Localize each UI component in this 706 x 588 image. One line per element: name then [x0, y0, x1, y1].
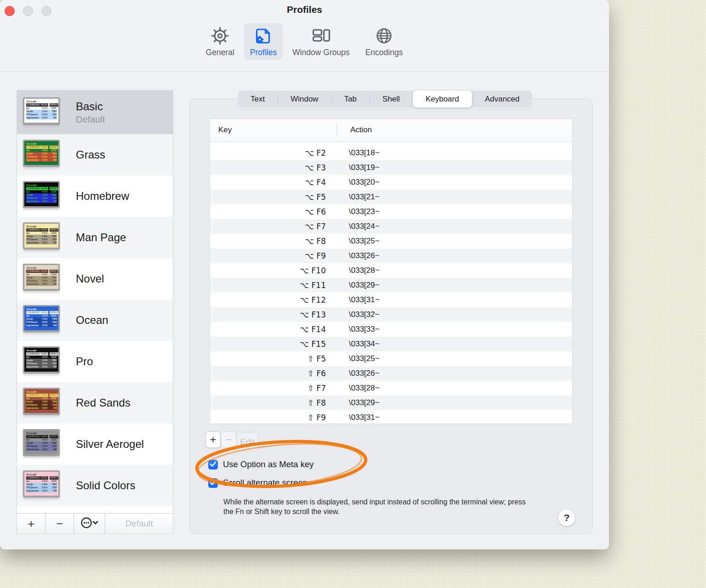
- profile-item-red-sands[interactable]: Terminal#COMMAND%CPURPRVTtop4.1%231KXcod…: [17, 382, 173, 424]
- thumbnail-reflection: [23, 249, 60, 253]
- table-row[interactable]: ⌥ F7\033[24~: [210, 219, 572, 234]
- table-row[interactable]: ⇧ F5\033[25~: [210, 351, 572, 366]
- profile-name: Pro: [76, 355, 93, 368]
- profile-thumbnail: Terminal#COMMAND%CPURPRVTtop4.1%231KXcod…: [23, 346, 63, 377]
- tab-window[interactable]: Window: [278, 90, 331, 107]
- profile-name: Grass: [76, 148, 105, 161]
- ellipsis-circle-chevron-icon: [80, 517, 99, 531]
- tab-text[interactable]: Text: [238, 90, 278, 107]
- scroll-alternate-screen-label: Scroll alternate screen: [223, 478, 307, 488]
- column-header-action: Action: [350, 125, 372, 135]
- thumbnail-reflection: [23, 291, 60, 294]
- binding-actions: + − Edit: [205, 431, 258, 451]
- table-row[interactable]: ⌥ F9\033[26~: [210, 249, 572, 263]
- key-cell: ⌥ F6: [210, 207, 326, 216]
- remove-profile-button[interactable]: −: [46, 514, 74, 533]
- toolbar-item-general[interactable]: General: [200, 23, 240, 60]
- table-row[interactable]: ⌥ F2\033[18~: [210, 146, 572, 160]
- thumbnail-reflection: [23, 124, 60, 128]
- profile-item-pro[interactable]: Terminal#COMMAND%CPURPRVTtop4.1%231KXcod…: [17, 341, 173, 382]
- profile-name: Man Page: [76, 231, 126, 244]
- table-row[interactable]: ⇧ F7\033[28~: [210, 381, 572, 396]
- table-header: Key Action: [210, 119, 572, 142]
- table-row[interactable]: ⌥ F5\033[21~: [210, 190, 572, 204]
- table-row[interactable]: ⌥ F6\033[23~: [210, 204, 572, 219]
- action-cell: \033[28~: [326, 384, 380, 393]
- key-cell: ⇧ F6: [210, 369, 326, 378]
- action-cell: \033[33~: [326, 325, 380, 334]
- action-cell: \033[18~: [326, 148, 380, 158]
- profile-item-basic[interactable]: Terminal#COMMAND%CPURPRVTtop4.1%231KXcod…: [17, 90, 173, 134]
- tab-keyboard[interactable]: Keyboard: [413, 90, 472, 107]
- thumbnail-reflection: [23, 332, 60, 335]
- key-cell: ⇧ F9: [210, 413, 326, 422]
- titlebar: Profiles: [0, 0, 609, 72]
- key-cell: ⌥ F4: [210, 178, 326, 187]
- column-header-key: Key: [218, 125, 232, 135]
- profile-name: Ocean: [76, 314, 108, 327]
- table-row[interactable]: ⌥ F15\033[34~: [210, 337, 572, 351]
- keyboard-settings-panel: Key Action ⌥ F2\033[18~⌥ F3\033[19~⌥ F4\…: [189, 99, 592, 534]
- table-row[interactable]: ⌥ F8\033[25~: [210, 234, 572, 249]
- add-binding-button[interactable]: +: [205, 431, 221, 448]
- action-cell: \033[29~: [326, 398, 380, 407]
- profile-thumbnail: Terminal#COMMAND%CPURPRVTtop4.1%231KXcod…: [23, 97, 63, 128]
- profile-item-silver-aerogel[interactable]: Terminal#COMMAND%CPURPRVTtop4.1%231KXcod…: [17, 424, 173, 465]
- profile-name: Silver Aerogel: [76, 438, 144, 451]
- sidebar-toolbar: + − Default: [17, 513, 173, 533]
- toolbar-item-window-groups[interactable]: Window Groups: [286, 23, 356, 60]
- profile-item-solid-colors[interactable]: Terminal#COMMAND%CPURPRVTtop4.1%231KXcod…: [17, 465, 173, 506]
- table-row[interactable]: ⌥ F12\033[31~: [210, 293, 572, 307]
- remove-binding-button[interactable]: −: [221, 431, 236, 448]
- profile-item-grass[interactable]: Terminal#COMMAND%CPURPRVTtop4.1%231KXcod…: [17, 134, 173, 175]
- scroll-alternate-screen-checkbox[interactable]: [208, 478, 218, 488]
- use-option-as-meta-checkbox[interactable]: [208, 460, 218, 469]
- table-row[interactable]: ⌥ F3\033[19~: [210, 160, 572, 175]
- terminal-preview-icon: Terminal#COMMAND%CPURPRVTtop4.1%231KXcod…: [23, 181, 60, 208]
- profile-item-homebrew[interactable]: Terminal#COMMAND%CPURPRVTtop4.1%231KXcod…: [17, 175, 173, 217]
- help-button[interactable]: ?: [558, 509, 575, 526]
- toolbar-item-profiles[interactable]: Profiles: [244, 23, 283, 60]
- tab-tab[interactable]: Tab: [331, 90, 370, 107]
- table-row[interactable]: ⌥ F13\033[32~: [210, 307, 572, 322]
- key-cell: ⇧ F8: [210, 398, 326, 407]
- table-row[interactable]: ⌥ F11\033[29~: [210, 278, 572, 293]
- action-cell: \033[28~: [326, 266, 380, 275]
- edit-binding-button[interactable]: Edit: [237, 432, 258, 451]
- set-default-button[interactable]: Default: [105, 514, 173, 533]
- tab-advanced[interactable]: Advanced: [472, 90, 533, 107]
- table-body: ⌥ F2\033[18~⌥ F3\033[19~⌥ F4\033[20~⌥ F5…: [210, 142, 572, 424]
- column-divider: [336, 123, 337, 137]
- action-cell: \033[20~: [326, 178, 380, 187]
- terminal-preview-icon: Terminal#COMMAND%CPURPRVTtop4.1%231KXcod…: [23, 140, 60, 166]
- window-title: Profiles: [0, 4, 609, 15]
- use-option-as-meta-checkbox-row: Use Option as Meta key: [208, 459, 313, 469]
- thumbnail-reflection: [23, 208, 60, 211]
- add-profile-button[interactable]: +: [17, 514, 46, 533]
- profile-thumbnail: Terminal#COMMAND%CPURPRVTtop4.1%231KXcod…: [23, 429, 63, 459]
- key-cell: ⌥ F3: [210, 163, 326, 172]
- table-row[interactable]: ⌥ F10\033[28~: [210, 263, 572, 278]
- tab-shell[interactable]: Shell: [370, 90, 413, 107]
- profile-thumbnail: Terminal#COMMAND%CPURPRVTtop4.1%231KXcod…: [23, 222, 63, 253]
- key-cell: ⇧ F5: [210, 354, 326, 363]
- profile-tab-bar: TextWindowTabShellKeyboardAdvanced: [238, 90, 532, 107]
- profile-item-novel[interactable]: Terminal#COMMAND%CPURPRVTtop4.1%231KXcod…: [17, 258, 173, 300]
- table-row[interactable]: ⌥ F14\033[33~: [210, 322, 572, 337]
- terminal-preview-icon: Terminal#COMMAND%CPURPRVTtop4.1%231KXcod…: [23, 222, 60, 249]
- profile-actions-menu-button[interactable]: [74, 514, 105, 533]
- gear-icon: [211, 26, 230, 45]
- key-cell: ⇧ F7: [210, 384, 326, 393]
- terminal-preview-icon: Terminal#COMMAND%CPURPRVTtop4.1%231KXcod…: [23, 346, 60, 373]
- table-row[interactable]: ⌥ F4\033[20~: [210, 175, 572, 190]
- profile-item-ocean[interactable]: Terminal#COMMAND%CPURPRVTtop4.1%231KXcod…: [17, 300, 173, 341]
- table-row[interactable]: ⇧ F8\033[29~: [210, 396, 572, 410]
- profile-thumbnail: Terminal#COMMAND%CPURPRVTtop4.1%231KXcod…: [23, 181, 63, 211]
- terminal-preferences-window: Profiles: [0, 0, 609, 549]
- profile-item-man-page[interactable]: Terminal#COMMAND%CPURPRVTtop4.1%231KXcod…: [17, 217, 173, 258]
- table-row[interactable]: ⇧ F6\033[26~: [210, 366, 572, 381]
- toolbar-item-encodings[interactable]: Encodings: [359, 23, 409, 60]
- action-cell: \033[25~: [326, 354, 380, 363]
- action-cell: \033[31~: [326, 413, 380, 422]
- table-row[interactable]: ⇧ F9\033[31~: [210, 410, 572, 424]
